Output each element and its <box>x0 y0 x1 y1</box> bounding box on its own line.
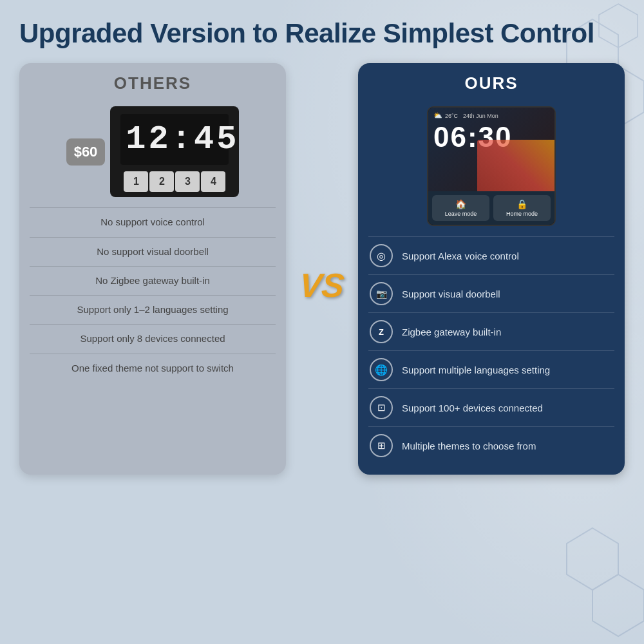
alexa-icon: ◎ <box>370 244 393 267</box>
ours-feature-text-5: Multiple themes to choose from <box>402 440 536 453</box>
new-screen-top: ⛅ 26°C 24th Jun Mon 06:30 <box>428 108 554 191</box>
language-icon: 🌐 <box>370 358 393 381</box>
hex-decoration-br <box>515 515 644 644</box>
ours-feature-text-2: Zigbee gateway built-in <box>402 326 501 339</box>
ours-feature-4: ⊡ Support 100+ devices connected <box>358 389 625 426</box>
others-title: OTHERS <box>19 63 286 100</box>
svg-marker-4 <box>567 528 618 590</box>
ours-feature-0: ◎ Support Alexa voice control <box>358 237 625 274</box>
others-feature-0: No support voice control <box>19 208 286 236</box>
ours-card: OURS ⛅ 26°C 24th Jun Mon 06:30 <box>358 63 625 475</box>
leave-mode-label: Leave mode <box>435 211 487 217</box>
vs-label: VS <box>298 266 346 305</box>
themes-icon: ⊞ <box>370 434 393 457</box>
others-device-wrapper: $60 12:45 1 2 3 4 <box>19 100 286 207</box>
zigbee-icon: Z <box>370 320 393 343</box>
others-feature-1: No support visual doorbell <box>19 238 286 266</box>
others-feature-3: Support only 1–2 languages setting <box>19 296 286 324</box>
svg-marker-5 <box>592 574 644 636</box>
weather-icon: ⛅ <box>433 111 442 120</box>
old-btn-3[interactable]: 3 <box>175 171 200 192</box>
ours-device-wrapper: ⛅ 26°C 24th Jun Mon 06:30 🏠 Leave mode <box>358 100 625 236</box>
page-title: Upgraded Version to Realize Simplest Con… <box>19 18 625 49</box>
weather-date: 24th Jun Mon <box>463 113 498 119</box>
devices-icon: ⊡ <box>370 396 393 419</box>
comparison-wrapper: OTHERS $60 12:45 1 2 3 4 No support voic… <box>19 63 625 475</box>
ours-title: OURS <box>358 63 625 100</box>
old-device-screen: 12:45 1 2 3 4 <box>110 106 239 197</box>
old-btn-4[interactable]: 4 <box>201 171 225 192</box>
ours-feature-3: 🌐 Support multiple languages setting <box>358 351 625 388</box>
home-mode-btn[interactable]: 🔒 Home mode <box>493 195 551 221</box>
new-screen-bottom: 🏠 Leave mode 🔒 Home mode <box>428 191 554 225</box>
ours-feature-text-3: Support multiple languages setting <box>402 364 550 377</box>
weather-bar: ⛅ 26°C 24th Jun Mon <box>433 111 549 120</box>
others-card: OTHERS $60 12:45 1 2 3 4 No support voic… <box>19 63 286 475</box>
old-btn-1[interactable]: 1 <box>124 171 148 192</box>
leave-mode-btn[interactable]: 🏠 Leave mode <box>432 195 489 221</box>
old-btn-2[interactable]: 2 <box>149 171 174 192</box>
weather-temp: 26°C <box>445 113 458 119</box>
old-buttons-row: 1 2 3 4 <box>120 165 229 197</box>
others-feature-5: One fixed theme not support to switch <box>19 354 286 383</box>
ours-feature-1: 📷 Support visual doorbell <box>358 275 625 312</box>
price-badge: $60 <box>66 138 106 166</box>
home-mode-label: Home mode <box>496 211 548 217</box>
vs-container: VS <box>296 95 348 475</box>
old-clock-display: 12:45 <box>120 114 229 165</box>
new-device-screen: ⛅ 26°C 24th Jun Mon 06:30 🏠 Leave mode <box>427 106 556 226</box>
leave-icon: 🏠 <box>435 199 487 209</box>
others-feature-4: Support only 8 devices connected <box>19 325 286 353</box>
others-feature-2: No Zigbee gateway built-in <box>19 267 286 295</box>
ours-feature-2: Z Zigbee gateway built-in <box>358 313 625 350</box>
ours-feature-text-0: Support Alexa voice control <box>402 250 519 263</box>
screen-bg-gradient <box>477 140 554 191</box>
ours-feature-text-1: Support visual doorbell <box>402 288 500 301</box>
home-icon: 🔒 <box>496 199 548 209</box>
ours-feature-5: ⊞ Multiple themes to choose from <box>358 427 625 464</box>
doorbell-icon: 📷 <box>370 282 393 305</box>
ours-feature-text-4: Support 100+ devices connected <box>402 402 543 415</box>
